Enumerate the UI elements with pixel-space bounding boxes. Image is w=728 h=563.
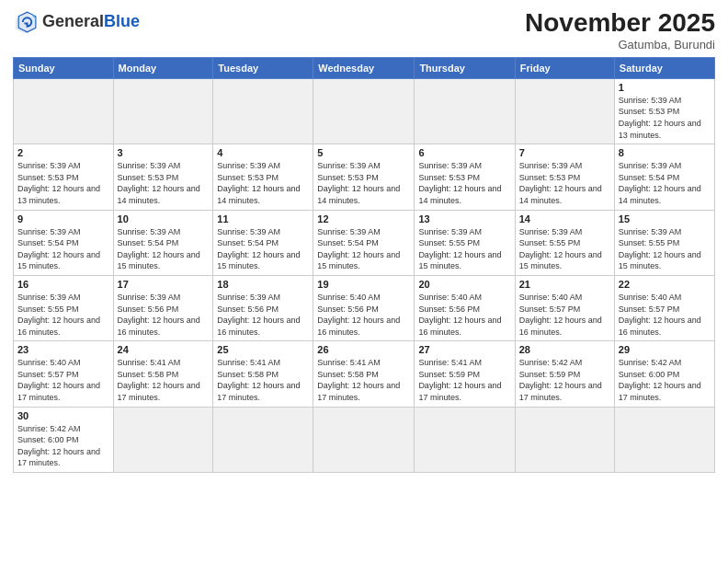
general-blue-logo-icon bbox=[13, 9, 39, 35]
logo-text: GeneralBlue bbox=[42, 13, 140, 31]
day-number: 12 bbox=[317, 213, 410, 224]
day-info: Sunrise: 5:42 AM Sunset: 5:59 PM Dayligh… bbox=[519, 357, 610, 403]
calendar-cell: 9Sunrise: 5:39 AM Sunset: 5:54 PM Daylig… bbox=[14, 210, 114, 275]
day-number: 27 bbox=[418, 344, 510, 355]
calendar-cell: 8Sunrise: 5:39 AM Sunset: 5:54 PM Daylig… bbox=[614, 144, 714, 210]
title-block: November 2025 Gatumba, Burundi bbox=[525, 9, 715, 52]
calendar-cell: 24Sunrise: 5:41 AM Sunset: 5:58 PM Dayli… bbox=[113, 341, 213, 407]
calendar-cell: 2Sunrise: 5:39 AM Sunset: 5:53 PM Daylig… bbox=[14, 144, 114, 210]
day-info: Sunrise: 5:39 AM Sunset: 5:54 PM Dayligh… bbox=[217, 226, 309, 272]
day-info: Sunrise: 5:42 AM Sunset: 6:00 PM Dayligh… bbox=[619, 357, 711, 403]
day-number: 1 bbox=[619, 82, 711, 93]
calendar-cell: 11Sunrise: 5:39 AM Sunset: 5:54 PM Dayli… bbox=[213, 210, 313, 275]
calendar-cell: 27Sunrise: 5:41 AM Sunset: 5:59 PM Dayli… bbox=[415, 341, 515, 407]
day-number: 4 bbox=[217, 147, 309, 158]
day-info: Sunrise: 5:39 AM Sunset: 5:56 PM Dayligh… bbox=[118, 292, 210, 338]
day-info: Sunrise: 5:39 AM Sunset: 5:56 PM Dayligh… bbox=[217, 292, 309, 338]
day-number: 3 bbox=[118, 147, 210, 158]
day-info: Sunrise: 5:41 AM Sunset: 5:59 PM Dayligh… bbox=[418, 357, 510, 403]
day-info: Sunrise: 5:41 AM Sunset: 5:58 PM Dayligh… bbox=[118, 357, 210, 403]
calendar-week-row: 9Sunrise: 5:39 AM Sunset: 5:54 PM Daylig… bbox=[14, 210, 715, 275]
calendar-cell: 26Sunrise: 5:41 AM Sunset: 5:58 PM Dayli… bbox=[313, 341, 415, 407]
day-info: Sunrise: 5:39 AM Sunset: 5:53 PM Dayligh… bbox=[519, 160, 610, 206]
day-number: 24 bbox=[118, 344, 210, 355]
calendar-cell: 19Sunrise: 5:40 AM Sunset: 5:56 PM Dayli… bbox=[313, 275, 415, 340]
calendar-cell: 23Sunrise: 5:40 AM Sunset: 5:57 PM Dayli… bbox=[14, 341, 114, 407]
day-info: Sunrise: 5:39 AM Sunset: 5:53 PM Dayligh… bbox=[17, 160, 109, 206]
day-info: Sunrise: 5:40 AM Sunset: 5:56 PM Dayligh… bbox=[418, 292, 510, 338]
day-number: 11 bbox=[217, 213, 309, 224]
calendar-cell: 25Sunrise: 5:41 AM Sunset: 5:58 PM Dayli… bbox=[213, 341, 313, 407]
day-number: 30 bbox=[17, 410, 109, 421]
day-number: 9 bbox=[17, 213, 109, 224]
weekday-header-monday: Monday bbox=[113, 57, 213, 78]
calendar-cell: 6Sunrise: 5:39 AM Sunset: 5:53 PM Daylig… bbox=[415, 144, 515, 210]
day-info: Sunrise: 5:41 AM Sunset: 5:58 PM Dayligh… bbox=[317, 357, 410, 403]
weekday-header-wednesday: Wednesday bbox=[313, 57, 415, 78]
calendar-cell: 13Sunrise: 5:39 AM Sunset: 5:55 PM Dayli… bbox=[415, 210, 515, 275]
calendar-cell: 12Sunrise: 5:39 AM Sunset: 5:54 PM Dayli… bbox=[313, 210, 415, 275]
calendar-cell: 28Sunrise: 5:42 AM Sunset: 5:59 PM Dayli… bbox=[515, 341, 614, 407]
calendar-cell: 15Sunrise: 5:39 AM Sunset: 5:55 PM Dayli… bbox=[614, 210, 714, 275]
day-number: 23 bbox=[17, 344, 109, 355]
day-info: Sunrise: 5:41 AM Sunset: 5:58 PM Dayligh… bbox=[217, 357, 309, 403]
calendar-cell: 7Sunrise: 5:39 AM Sunset: 5:53 PM Daylig… bbox=[515, 144, 614, 210]
day-number: 5 bbox=[317, 147, 410, 158]
day-number: 6 bbox=[418, 147, 510, 158]
day-number: 29 bbox=[619, 344, 711, 355]
day-info: Sunrise: 5:40 AM Sunset: 5:56 PM Dayligh… bbox=[317, 292, 410, 338]
month-title: November 2025 bbox=[525, 9, 715, 38]
calendar-cell bbox=[415, 78, 515, 144]
calendar-cell: 30Sunrise: 5:42 AM Sunset: 6:00 PM Dayli… bbox=[14, 407, 114, 472]
calendar-cell: 3Sunrise: 5:39 AM Sunset: 5:53 PM Daylig… bbox=[113, 144, 213, 210]
day-number: 21 bbox=[519, 279, 610, 290]
day-info: Sunrise: 5:39 AM Sunset: 5:55 PM Dayligh… bbox=[619, 226, 711, 272]
day-number: 19 bbox=[317, 279, 410, 290]
weekday-header-tuesday: Tuesday bbox=[213, 57, 313, 78]
logo-general: General bbox=[42, 12, 104, 30]
calendar-cell: 22Sunrise: 5:40 AM Sunset: 5:57 PM Dayli… bbox=[614, 275, 714, 340]
calendar-cell bbox=[113, 78, 213, 144]
day-number: 17 bbox=[118, 279, 210, 290]
calendar-week-row: 30Sunrise: 5:42 AM Sunset: 6:00 PM Dayli… bbox=[14, 407, 715, 472]
day-info: Sunrise: 5:39 AM Sunset: 5:53 PM Dayligh… bbox=[118, 160, 210, 206]
calendar-cell bbox=[313, 78, 415, 144]
weekday-header-thursday: Thursday bbox=[415, 57, 515, 78]
calendar-table: SundayMondayTuesdayWednesdayThursdayFrid… bbox=[13, 57, 715, 473]
logo-blue: Blue bbox=[104, 12, 140, 30]
calendar-cell bbox=[213, 407, 313, 472]
calendar-week-row: 1Sunrise: 5:39 AM Sunset: 5:53 PM Daylig… bbox=[14, 78, 715, 144]
day-number: 25 bbox=[217, 344, 309, 355]
calendar-cell bbox=[515, 407, 614, 472]
calendar-cell bbox=[113, 407, 213, 472]
day-info: Sunrise: 5:40 AM Sunset: 5:57 PM Dayligh… bbox=[619, 292, 711, 338]
location: Gatumba, Burundi bbox=[525, 38, 715, 52]
day-info: Sunrise: 5:39 AM Sunset: 5:54 PM Dayligh… bbox=[17, 226, 109, 272]
calendar-cell: 10Sunrise: 5:39 AM Sunset: 5:54 PM Dayli… bbox=[113, 210, 213, 275]
day-info: Sunrise: 5:40 AM Sunset: 5:57 PM Dayligh… bbox=[519, 292, 610, 338]
calendar-cell: 14Sunrise: 5:39 AM Sunset: 5:55 PM Dayli… bbox=[515, 210, 614, 275]
calendar-cell bbox=[415, 407, 515, 472]
calendar-cell: 17Sunrise: 5:39 AM Sunset: 5:56 PM Dayli… bbox=[113, 275, 213, 340]
day-number: 13 bbox=[418, 213, 510, 224]
day-number: 8 bbox=[619, 147, 711, 158]
weekday-header-saturday: Saturday bbox=[614, 57, 714, 78]
calendar-cell bbox=[14, 78, 114, 144]
day-info: Sunrise: 5:39 AM Sunset: 5:54 PM Dayligh… bbox=[619, 160, 711, 206]
day-info: Sunrise: 5:39 AM Sunset: 5:53 PM Dayligh… bbox=[217, 160, 309, 206]
day-number: 20 bbox=[418, 279, 510, 290]
calendar-week-row: 16Sunrise: 5:39 AM Sunset: 5:55 PM Dayli… bbox=[14, 275, 715, 340]
calendar-cell: 5Sunrise: 5:39 AM Sunset: 5:53 PM Daylig… bbox=[313, 144, 415, 210]
logo: GeneralBlue bbox=[13, 9, 140, 35]
calendar-cell: 29Sunrise: 5:42 AM Sunset: 6:00 PM Dayli… bbox=[614, 341, 714, 407]
weekday-header-sunday: Sunday bbox=[14, 57, 114, 78]
header: GeneralBlue November 2025 Gatumba, Burun… bbox=[13, 9, 715, 52]
page: GeneralBlue November 2025 Gatumba, Burun… bbox=[0, 0, 728, 563]
calendar-cell bbox=[213, 78, 313, 144]
day-number: 18 bbox=[217, 279, 309, 290]
day-number: 2 bbox=[17, 147, 109, 158]
day-info: Sunrise: 5:39 AM Sunset: 5:54 PM Dayligh… bbox=[118, 226, 210, 272]
calendar-week-row: 23Sunrise: 5:40 AM Sunset: 5:57 PM Dayli… bbox=[14, 341, 715, 407]
calendar-cell: 4Sunrise: 5:39 AM Sunset: 5:53 PM Daylig… bbox=[213, 144, 313, 210]
day-number: 10 bbox=[118, 213, 210, 224]
